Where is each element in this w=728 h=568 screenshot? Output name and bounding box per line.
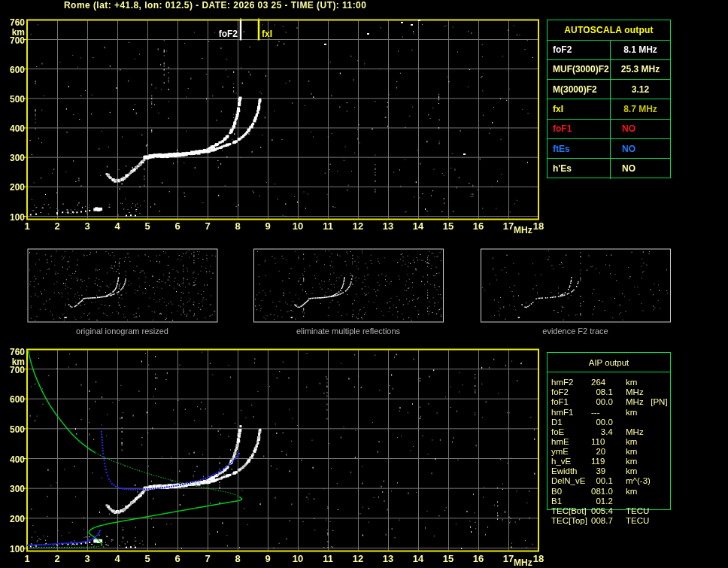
panel-caption: evidence F2 trace — [481, 327, 670, 336]
x-tick-label: 2 — [46, 221, 68, 232]
aip-row: foF1 00.0MHz [PN] — [547, 397, 697, 407]
aip-parameter-name: hmF1 — [547, 408, 591, 418]
aip-parameter-value: 00.1 — [591, 476, 626, 486]
autoscala-parameter-name: ftEs — [548, 139, 611, 158]
x-tick-label: 7 — [196, 221, 219, 232]
x-tick-label: 5 — [136, 554, 159, 564]
x-tick-label: 11 — [317, 554, 339, 564]
y-tick-label: 760 — [0, 348, 25, 357]
autoscala-row: fxI8.7 MHz — [548, 99, 670, 119]
fxI-marker-label: fxI — [262, 29, 272, 39]
autoscala-screen: { "window": {"width": 968, "height": 755… — [0, 0, 728, 568]
aip-parameter-unit: MHz [PN] — [626, 397, 697, 407]
aip-parameter-unit: km — [626, 457, 697, 466]
y-tick-label: 100 — [0, 545, 25, 554]
x-tick-label: 8 — [226, 554, 249, 564]
aip-row: foF2 08.1MHz — [547, 387, 697, 397]
panel-caption: original ionogram resized — [28, 327, 217, 336]
x-tick-label: 8 — [226, 221, 249, 232]
x-tick-label: 3 — [76, 221, 99, 232]
aip-row: h_vE119km — [547, 457, 697, 466]
aip-parameter-unit: km — [626, 466, 697, 476]
aip-parameter-value: 3.4 — [591, 427, 626, 437]
aip-parameter-value: 00.0 — [591, 418, 626, 427]
x-tick-label: 4 — [106, 221, 129, 232]
x-tick-label: 16 — [467, 221, 490, 232]
aip-parameter-unit: MHz — [626, 387, 697, 397]
aip-parameter-name: h_vE — [547, 457, 591, 466]
aip-parameter-name: Ewidth — [547, 466, 591, 476]
x-tick-label: 9 — [256, 554, 279, 564]
x-tick-label: 12 — [347, 554, 369, 564]
autoscala-row: foF1NO — [548, 120, 670, 139]
autoscala-parameter-value: 25.3 MHz — [611, 60, 670, 79]
y-tick-label: 400 — [0, 124, 25, 134]
autoscala-parameter-name: M(3000)F2 — [548, 80, 611, 99]
aip-row: ymE 20km — [547, 447, 697, 457]
y-tick-label: 300 — [0, 484, 25, 494]
x-tick-label: 13 — [377, 221, 399, 232]
aip-parameter-value: 005.4 — [591, 506, 626, 516]
x-tick-label: 16 — [467, 554, 490, 564]
page-title: Rome (lat: +41.8, lon: 012.5) - DATE: 20… — [64, 0, 366, 11]
x-tick-label: 5 — [136, 221, 159, 232]
aip-parameter-name: hmE — [547, 437, 591, 447]
aip-parameter-name: TEC[Bot] — [547, 506, 591, 516]
aip-parameter-unit: MHz — [626, 427, 697, 437]
autoscala-parameter-value: NO — [611, 159, 670, 178]
aip-parameter-value: 39 — [591, 466, 626, 476]
autoscala-row: ftEsNO — [548, 139, 670, 159]
x-tick-label: 12 — [347, 221, 369, 232]
autoscala-parameter-value: 8.7 MHz — [611, 99, 670, 118]
y-tick-label: 400 — [0, 455, 25, 465]
x-tick-label: 2 — [46, 554, 68, 564]
aip-parameter-unit: km — [626, 378, 697, 387]
autoscala-parameter-value: NO — [611, 120, 670, 138]
aip-parameter-value: --- — [591, 408, 626, 418]
aip-row: foE 3.4MHz — [547, 427, 697, 437]
x-tick-label: 13 — [377, 554, 399, 564]
aip-parameter-name: foF2 — [547, 387, 591, 397]
aip-parameter-value: 119 — [591, 457, 626, 466]
aip-row: DelN_vE 00.1m^(-3) — [547, 476, 697, 486]
aip-row: B1 01.2 — [547, 497, 697, 506]
x-tick-label: 10 — [287, 221, 309, 232]
aip-row: hmF1---km — [547, 408, 697, 418]
autoscala-parameter-name: foF1 — [548, 120, 611, 138]
autoscala-parameter-name: fxI — [548, 99, 611, 118]
y-tick-label: 500 — [0, 95, 25, 105]
x-tick-label: 10 — [287, 554, 309, 564]
aip-parameter-value: 00.0 — [591, 397, 626, 407]
y-tick-label: 600 — [0, 395, 25, 405]
aip-row: B0081.0km — [547, 487, 697, 497]
aip-parameter-unit — [626, 497, 697, 506]
aip-row: TEC[Top]008.7TECU — [547, 516, 697, 526]
aip-row: hmF2264km — [547, 378, 697, 387]
x-tick-label: 3 — [76, 554, 99, 564]
autoscala-row: MUF(3000)F225.3 MHz — [548, 60, 670, 80]
aip-row: Ewidth 39km — [547, 466, 697, 476]
autoscala-parameter-value: 8.1 MHz — [611, 41, 670, 59]
aip-parameter-name: TEC[Top] — [547, 516, 591, 526]
aip-parameter-value: 01.2 — [591, 497, 626, 506]
x-tick-label: 1 — [16, 554, 38, 564]
aip-parameter-name: foE — [547, 427, 591, 437]
y-tick-label: 200 — [0, 515, 25, 524]
x-tick-label: 4 — [106, 554, 129, 564]
aip-parameter-unit: TECU — [626, 506, 697, 516]
aip-parameter-value: 08.1 — [591, 387, 626, 397]
aip-parameter-unit: km — [626, 447, 697, 457]
aip-parameter-value: 008.7 — [591, 516, 626, 526]
aip-parameter-unit: m^(-3) — [626, 476, 697, 486]
aip-parameter-name: foF1 — [547, 397, 591, 407]
autoscala-table-header: AUTOSCALA output — [548, 20, 670, 41]
y-tick-label: 600 — [0, 65, 25, 75]
y-tick-label: 500 — [0, 425, 25, 435]
autoscala-parameter-name: MUF(3000)F2 — [548, 60, 611, 79]
aip-parameter-name: B0 — [547, 487, 591, 497]
autoscala-row: foF28.1 MHz — [548, 41, 670, 60]
aip-row: D1 00.0 — [547, 418, 697, 427]
autoscala-output-table: AUTOSCALA outputfoF28.1 MHzMUF(3000)F225… — [547, 20, 671, 178]
aip-parameter-value: 081.0 — [591, 487, 626, 497]
aip-parameter-name: ymE — [547, 447, 591, 457]
